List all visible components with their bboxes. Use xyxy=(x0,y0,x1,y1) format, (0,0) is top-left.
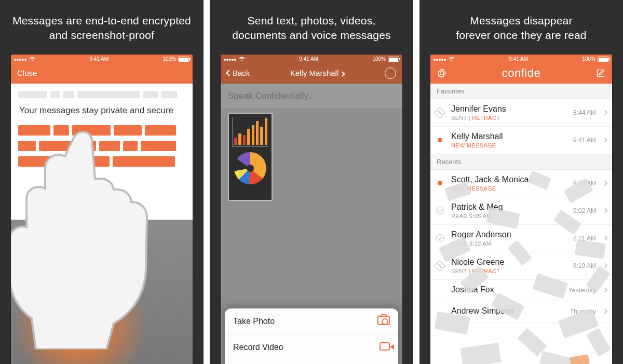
conversation-row[interactable]: Roger AndersonREAD 8:22 AM8:21 AM xyxy=(430,225,612,252)
phone-3: 9:41 AM 100% confide FavoritesJennifer E… xyxy=(430,55,612,364)
camera-icon xyxy=(377,316,390,325)
chevron-right-icon xyxy=(603,288,608,293)
panel-3-caption: Messages disappear forever once they are… xyxy=(445,0,597,55)
app-title: confide xyxy=(447,66,595,80)
status-battery-pct: 100% xyxy=(582,56,595,62)
panel-3: Messages disappear forever once they are… xyxy=(419,0,623,364)
chevron-right-icon xyxy=(603,110,608,115)
sent-plane-icon xyxy=(434,260,446,272)
section-favorites: Favorites xyxy=(430,84,612,99)
action-photo-library[interactable]: Photo Library xyxy=(225,360,398,364)
conversation-row[interactable]: Nicole GreeneSENT | RETRACT8:19 AM xyxy=(430,252,612,280)
chevron-right-icon xyxy=(603,181,608,186)
contact-name: Andrew Simpson xyxy=(451,306,565,316)
panel-1: Messages are end-to-end encrypted and sc… xyxy=(0,0,204,364)
battery-icon xyxy=(178,57,189,62)
settings-gear-icon[interactable] xyxy=(437,68,447,78)
signal-dots-icon xyxy=(224,56,237,62)
conversation-title[interactable]: Kelly Marshall xyxy=(250,69,385,77)
wifi-icon xyxy=(449,57,455,61)
signal-dots-icon xyxy=(434,56,446,62)
contact-name: Roger Anderson xyxy=(451,230,568,239)
back-button[interactable]: Back xyxy=(227,69,250,77)
chevron-right-icon xyxy=(340,72,345,77)
revealed-message: Your messages stay private and secure xyxy=(19,105,184,116)
conversation-row[interactable]: Jennifer EvansSENT | RETRACT8:44 AM xyxy=(430,99,612,127)
status-bar: 9:41 AM 100% xyxy=(430,55,612,63)
pie-chart-icon xyxy=(234,152,266,184)
status-battery-pct: 100% xyxy=(162,56,176,62)
close-button[interactable]: Close xyxy=(17,69,37,77)
compose-icon[interactable] xyxy=(595,68,606,78)
contact-name: Patrick & Meg xyxy=(451,203,568,212)
obscured-text-row xyxy=(18,91,185,98)
chevron-right-icon xyxy=(603,236,608,241)
wifi-icon xyxy=(29,57,35,61)
bar-chart-icon xyxy=(232,117,268,147)
contact-name: Jennifer Evans xyxy=(451,104,568,114)
panel-2: Send text, photos, videos, documents and… xyxy=(210,0,413,364)
row-time: 9:41 AM xyxy=(573,137,596,144)
status-bar: 9:41 AM 100% xyxy=(221,55,402,63)
action-take-photo[interactable]: Take Photo xyxy=(225,308,398,334)
panel-1-caption: Messages are end-to-end encrypted and sc… xyxy=(2,0,201,55)
video-icon xyxy=(380,342,390,350)
action-record-video[interactable]: Record Video xyxy=(225,334,398,360)
row-time: 9:38 AM xyxy=(573,180,596,187)
conversation-row[interactable]: Andrew SimpsonThursday xyxy=(430,301,612,322)
attachment-action-sheet: Take Photo Record Video Photo Library Br… xyxy=(225,308,398,364)
new-dot-icon xyxy=(438,181,442,185)
battery-icon xyxy=(388,57,399,62)
wifi-icon xyxy=(239,57,245,61)
row-time: Thursday xyxy=(570,308,596,315)
chevron-right-icon xyxy=(603,208,608,213)
row-time: 9:02 AM xyxy=(573,207,596,214)
contact-name: Scott, Jack & Monica xyxy=(451,175,568,184)
conversation-row[interactable]: Joshua FoxYesterday xyxy=(430,280,612,301)
row-time: 8:44 AM xyxy=(573,109,596,116)
status-subtext: SENT | RETRACT xyxy=(451,268,568,274)
status-subtext: NEW MESSAGE xyxy=(451,142,568,149)
conversation-row[interactable]: Scott, Jack & MonicaNEW MESSAGE9:38 AM xyxy=(430,170,612,197)
status-subtext: READ 8:22 AM xyxy=(451,240,568,247)
chevron-right-icon xyxy=(603,138,608,143)
panel-2-caption: Send text, photos, videos, documents and… xyxy=(222,0,401,55)
hand-icon xyxy=(11,131,164,349)
row-time: Yesterday xyxy=(568,287,596,294)
status-battery-pct: 100% xyxy=(372,56,386,62)
sent-plane-icon xyxy=(434,106,446,118)
row-time: 8:21 AM xyxy=(573,235,596,242)
chat-bubble-icon[interactable] xyxy=(385,68,396,79)
contact-name: Joshua Fox xyxy=(451,285,563,294)
conversation-row[interactable]: Kelly MarshallNEW MESSAGE9:41 AM xyxy=(430,127,612,154)
row-time: 8:19 AM xyxy=(573,262,596,269)
phone-2: 9:41 AM 100% Back Kelly Marshall Speak C… xyxy=(221,55,402,364)
conversation-row[interactable]: Patrick & MegREAD 9:05 AM9:02 AM xyxy=(430,197,612,225)
chevron-right-icon xyxy=(603,263,608,268)
read-check-icon xyxy=(436,207,444,214)
section-recents: Recents xyxy=(430,154,612,170)
new-dot-icon xyxy=(438,138,442,142)
signal-dots-icon xyxy=(14,56,27,62)
status-time: 9:41 AM xyxy=(509,56,528,62)
chevron-right-icon xyxy=(603,309,608,314)
contact-name: Kelly Marshall xyxy=(451,132,568,141)
phone-1: 9:41 AM 100% Close Your messages stay pr… xyxy=(11,55,193,364)
status-time: 9:41 AM xyxy=(299,56,318,62)
compose-placeholder[interactable]: Speak Confidentially... xyxy=(221,84,402,109)
contact-name: Nicole Greene xyxy=(451,258,568,267)
status-subtext: SENT | RETRACT xyxy=(451,115,568,121)
status-bar: 9:41 AM 100% xyxy=(11,55,193,63)
status-subtext: READ 9:05 AM xyxy=(451,213,568,219)
chevron-left-icon xyxy=(226,70,233,76)
read-check-icon xyxy=(436,234,444,242)
battery-icon xyxy=(598,57,609,62)
status-subtext: NEW MESSAGE xyxy=(451,185,568,192)
status-time: 9:41 AM xyxy=(89,56,109,62)
attachment-thumbnail[interactable] xyxy=(228,113,273,201)
